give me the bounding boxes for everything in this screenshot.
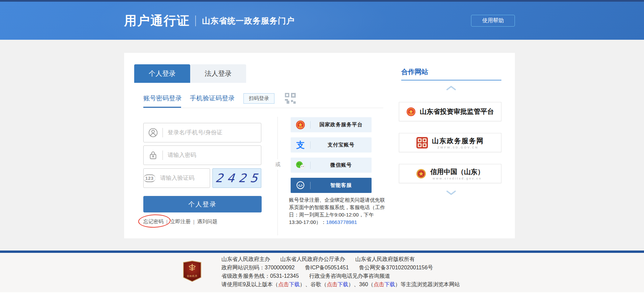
captcha-image[interactable]: 2425 xyxy=(212,168,261,188)
chrome-download-link[interactable]: 点击 xyxy=(327,281,338,287)
service-phone-link[interactable]: 18663778981 xyxy=(326,219,357,225)
title-divider xyxy=(195,15,196,26)
wechat-login-button[interactable]: 微信账号 xyxy=(291,158,372,173)
browser360-download-link[interactable]: 点击 xyxy=(374,281,384,287)
customer-service-icon xyxy=(291,180,310,191)
username-input[interactable] xyxy=(163,123,261,142)
credit-china-emblem-icon xyxy=(416,169,426,179)
party-government-badge-icon: 党政机关 xyxy=(183,261,201,282)
captcha-value: 2425 xyxy=(211,171,262,185)
bottom-spacer xyxy=(0,292,644,300)
chrome-download-link[interactable]: 下载 xyxy=(338,281,348,287)
qr-code-icon[interactable] xyxy=(285,93,296,104)
tab-personal-login[interactable]: 个人登录 xyxy=(134,64,190,83)
alipay-icon: 支 xyxy=(291,141,310,149)
method-scan-login[interactable]: 扫码登录 xyxy=(243,93,274,104)
password-input[interactable] xyxy=(163,146,261,165)
national-platform-login-button[interactable]: 国家政务服务平台 xyxy=(291,117,372,132)
captcha-field[interactable]: 123 xyxy=(143,168,210,188)
footer-line-sponsor: 山东省人民政府主办 山东省人民政府办公厅承办 山东省人民政府版权所有 xyxy=(222,255,460,263)
lock-icon xyxy=(144,150,163,160)
partner-site-investment-platform[interactable]: 山东省投资审批监管平台 xyxy=(399,102,501,121)
ie-download-link[interactable]: 点击 xyxy=(278,281,289,287)
personal-login-button[interactable]: 个人登录 xyxy=(143,196,262,212)
national-emblem-icon xyxy=(406,107,416,116)
user-icon xyxy=(144,128,163,138)
footer-line-icp: 政府网站识别码：3700000092 鲁ICP备05051451 鲁公网安备37… xyxy=(222,263,460,272)
ie-download-link[interactable]: 下载 xyxy=(289,281,300,287)
national-emblem-icon xyxy=(291,120,310,130)
partners-underline xyxy=(401,80,501,80)
wechat-icon xyxy=(291,161,310,170)
footer-divider-bar xyxy=(0,251,644,253)
register-link[interactable]: 立即注册 xyxy=(170,219,191,225)
forgot-password-link[interactable]: 忘记密码 xyxy=(143,219,164,225)
footer-line-browsers: 请使用IE9及以上版本（点击下载）、谷歌（点击下载）、360（点击下载）等主流浏… xyxy=(222,280,460,289)
login-type-tabs: 个人登录 法人登录 xyxy=(134,64,246,83)
help-button[interactable]: 使用帮助 xyxy=(471,15,515,27)
customer-service-note: 账号登录注册、企业绑定相关问题请优先联系页面中的智能客服系统，客服电话（工作日：… xyxy=(289,196,387,226)
chevron-up-icon[interactable] xyxy=(446,86,456,91)
red-seal-icon xyxy=(416,137,428,148)
login-links: 忘记密码 | 立即注册 | 遇到问题 xyxy=(143,219,217,225)
partners-title: 合作网站 xyxy=(401,67,428,76)
alipay-login-button[interactable]: 支 支付宝账号 xyxy=(291,137,372,153)
browser360-download-link[interactable]: 下载 xyxy=(384,281,395,287)
username-field[interactable] xyxy=(143,123,261,142)
partner-site-credit-china[interactable]: 信用中国（山东） www.creditsd.gov.cn xyxy=(399,164,501,183)
trouble-link[interactable]: 遇到问题 xyxy=(197,219,217,225)
method-password-login[interactable]: 账号密码登录 xyxy=(143,94,182,103)
footer: 党政机关 山东省人民政府主办 山东省人民政府办公厅承办 山东省人民政府版权所有 … xyxy=(0,253,644,292)
page-subtitle: 山东省统一政务服务门户 xyxy=(202,15,295,26)
smart-customer-service-button[interactable]: 智能客服 xyxy=(291,178,372,193)
chevron-down-icon[interactable] xyxy=(446,190,456,195)
numbers-icon: 123 xyxy=(144,174,155,182)
partner-site-government-service[interactable]: 山东政务服务网 ZWFW.SD.GOV.CN xyxy=(399,133,501,152)
method-sms-login[interactable]: 手机验证码登录 xyxy=(190,94,235,103)
footer-line-hotline: 省级政务服务热线：0531-12345 行政业务咨询电话见办事咨询频道 xyxy=(222,272,460,280)
header-banner: 用户通行证 山东省统一政务服务门户 使用帮助 xyxy=(0,2,644,40)
methods-divider-line xyxy=(143,108,383,108)
login-card: 个人登录 法人登录 账号密码登录 手机验证码登录 扫码登录 xyxy=(124,53,515,238)
login-method-row: 账号密码登录 手机验证码登录 扫码登录 xyxy=(143,93,296,104)
or-divider-line xyxy=(277,117,278,235)
or-label: 或 xyxy=(273,159,282,170)
password-field[interactable] xyxy=(143,145,261,165)
page-title: 用户通行证 xyxy=(124,12,190,29)
tab-corporate-login[interactable]: 法人登录 xyxy=(190,64,246,83)
